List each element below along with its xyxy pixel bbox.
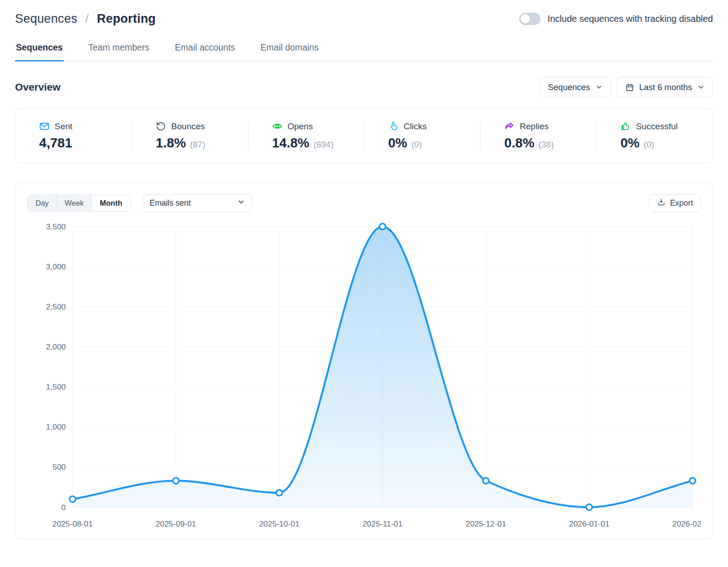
tracking-toggle-label: Include sequences with tracking disabled (547, 14, 713, 24)
main-tabs: Sequences Team members Email accounts Em… (15, 42, 713, 61)
tab-sequences[interactable]: Sequences (15, 42, 64, 61)
granularity-segmented-control: Day Week Month (27, 195, 131, 212)
stat-value: 4,781 (39, 136, 72, 151)
overview-filters: Sequences Last 6 months (540, 77, 713, 97)
stat-replies: Replies 0.8% (38) (480, 121, 596, 151)
reply-icon (504, 121, 515, 132)
chart-card: Day Week Month Emails sent Export 05001,… (15, 182, 713, 539)
stat-label: Successful (636, 122, 678, 132)
svg-text:2025-11-01: 2025-11-01 (363, 519, 403, 528)
envelope-icon (39, 121, 50, 132)
date-range-value: Last 6 months (639, 82, 692, 92)
overview-heading: Overview (15, 81, 61, 93)
export-label: Export (670, 198, 693, 208)
granularity-week-button[interactable]: Week (56, 195, 91, 211)
tab-email-domains[interactable]: Email domains (260, 42, 320, 61)
page-title: Reporting (97, 12, 156, 25)
stat-bounces: Bounces 1.8% (87) (131, 121, 248, 151)
emails-sent-chart[interactable]: 05001,0001,5002,0002,5003,0003,5002025-0… (27, 219, 701, 532)
stat-value: 0% (388, 136, 407, 151)
chevron-down-icon (595, 83, 603, 91)
chevron-down-icon (237, 198, 245, 208)
tracking-toggle-row: Include sequences with tracking disabled (519, 13, 713, 25)
breadcrumb: Sequences / Reporting (15, 12, 156, 26)
svg-text:2026-02-01: 2026-02-01 (672, 519, 701, 528)
svg-text:500: 500 (53, 462, 66, 471)
svg-text:0: 0 (61, 503, 66, 512)
svg-text:2026-01-01: 2026-01-01 (569, 519, 609, 528)
date-range-dropdown[interactable]: Last 6 months (617, 77, 713, 97)
reporting-page: Sequences / Reporting Include sequences … (0, 0, 728, 553)
svg-text:2025-10-01: 2025-10-01 (259, 519, 299, 528)
stats-summary-card: Sent 4,781 Bounces 1.8% (87) (15, 108, 713, 163)
chart-controls: Day Week Month Emails sent Export (27, 194, 701, 212)
tab-email-accounts[interactable]: Email accounts (174, 42, 236, 61)
chart-area: 05001,0001,5002,0002,5003,0003,5002025-0… (27, 219, 701, 532)
granularity-day-button[interactable]: Day (28, 195, 56, 211)
svg-text:3,000: 3,000 (46, 262, 66, 271)
breadcrumb-separator: / (86, 12, 89, 25)
overview-row: Overview Sequences Last 6 months (15, 77, 713, 97)
svg-text:2025-09-01: 2025-09-01 (156, 519, 196, 528)
click-icon (388, 121, 399, 132)
metric-select-value: Emails sent (150, 198, 191, 208)
tab-team-members[interactable]: Team members (87, 42, 150, 61)
stat-count: (38) (538, 140, 554, 150)
breadcrumb-sequences-link[interactable]: Sequences (15, 12, 77, 25)
export-button[interactable]: Export (649, 194, 701, 212)
entity-filter-dropdown[interactable]: Sequences (540, 77, 611, 97)
bounce-icon (156, 121, 166, 132)
stat-opens: Opens 14.8% (694) (248, 121, 364, 151)
svg-text:2025-12-01: 2025-12-01 (465, 519, 506, 528)
eye-icon (272, 121, 283, 132)
stat-label: Replies (520, 122, 548, 132)
stat-count: (0) (644, 140, 654, 150)
calendar-icon (625, 83, 634, 92)
download-icon (657, 198, 666, 209)
stat-label: Bounces (171, 122, 205, 132)
metric-select[interactable]: Emails sent (143, 194, 252, 212)
stat-sent: Sent 4,781 (15, 121, 131, 151)
toggle-knob (521, 14, 530, 24)
stat-label: Opens (288, 122, 313, 132)
svg-text:2,500: 2,500 (46, 302, 66, 311)
entity-filter-value: Sequences (548, 82, 590, 92)
stat-value: 0% (621, 136, 640, 151)
stat-value: 1.8% (156, 136, 186, 151)
tracking-disabled-toggle[interactable] (519, 13, 541, 25)
stat-value: 0.8% (504, 136, 534, 151)
svg-text:3,500: 3,500 (46, 222, 66, 231)
svg-text:2025-08-01: 2025-08-01 (52, 519, 93, 528)
stat-label: Clicks (404, 122, 427, 132)
stat-count: (0) (411, 140, 422, 150)
stat-value: 14.8% (272, 136, 309, 151)
stat-count: (87) (190, 140, 205, 150)
svg-text:1,500: 1,500 (46, 382, 66, 391)
thumbs-up-icon (621, 121, 631, 132)
stat-clicks: Clicks 0% (0) (364, 121, 480, 151)
page-header: Sequences / Reporting Include sequences … (15, 12, 713, 26)
svg-text:1,000: 1,000 (46, 422, 66, 431)
granularity-month-button[interactable]: Month (91, 195, 130, 211)
stat-count: (694) (313, 140, 334, 150)
svg-text:2,000: 2,000 (46, 342, 66, 351)
stat-successful: Successful 0% (0) (597, 121, 713, 151)
chevron-down-icon (697, 83, 705, 91)
stat-label: Sent (55, 122, 72, 132)
